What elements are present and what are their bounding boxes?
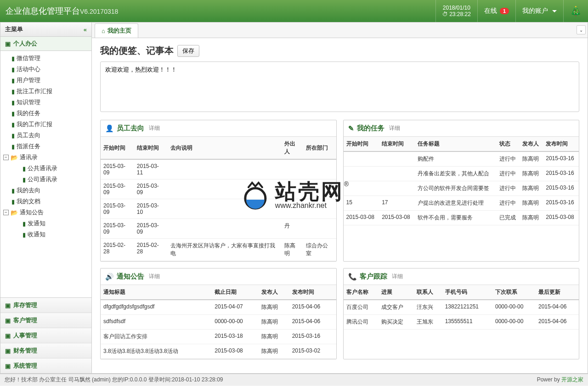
table-row[interactable]: 2015-03-092015-03-10 xyxy=(101,199,336,219)
sidebar-section-personal[interactable]: ▣ 个人办公 xyxy=(0,37,91,51)
file-icon: ▮ xyxy=(11,187,15,194)
col-header: 状态 xyxy=(497,137,520,151)
tree-item[interactable]: ▮发通知 xyxy=(0,218,91,229)
table-row[interactable]: 方公司的软件开发合同需要签进行中陈高明2015-03-16 xyxy=(344,181,579,196)
save-button[interactable]: 保存 xyxy=(177,45,199,57)
play-icon: ▣ xyxy=(5,317,11,324)
play-icon: ▣ xyxy=(5,347,11,354)
panel-staff-whereabouts: 👤 员工去向 详细 开始时间结束时间去向说明外出人所在部门2015-03-092… xyxy=(100,120,337,262)
tree-item[interactable]: ▮员工去向 xyxy=(0,130,91,141)
table-row[interactable]: dfgdfgdfgdsfgsdfgsdf2015-04-07陈高明2015-04… xyxy=(101,300,336,315)
menu-label: 人事管理 xyxy=(13,331,37,340)
file-icon: ▮ xyxy=(11,132,15,139)
tree-item[interactable]: ▮收通知 xyxy=(0,229,91,240)
toggle-icon[interactable]: − xyxy=(3,210,9,215)
cell: 2015-03-08 xyxy=(212,344,259,359)
table-row[interactable]: 百度公司成交客户汪东兴138221212510000-00-002015-04-… xyxy=(344,300,579,315)
tree-item[interactable]: ▮我的任务 xyxy=(0,108,91,119)
tree-label: 通讯录 xyxy=(20,153,38,162)
cell: 2015-03-16 xyxy=(289,330,336,344)
tree-label: 我的工作汇报 xyxy=(17,120,52,129)
tree-item[interactable]: ▮批注工作汇报 xyxy=(0,86,91,97)
online-label: 在线 xyxy=(484,7,497,15)
file-icon: ▮ xyxy=(11,55,15,62)
bottom-menu-item[interactable]: ▣财务管理 xyxy=(0,343,91,358)
bottom-menu-item[interactable]: ▣客户管理 xyxy=(0,313,91,328)
bottom-menu-item[interactable]: ▣系统管理 xyxy=(0,358,91,373)
bottom-menu-item[interactable]: ▣人事管理 xyxy=(0,328,91,343)
detail-link[interactable]: 详细 xyxy=(149,124,160,132)
tabs-more-button[interactable]: ⌄ xyxy=(577,25,586,34)
powerby-link[interactable]: 开源之家 xyxy=(561,376,583,383)
main-menu-header: 主菜单 « xyxy=(0,22,91,37)
tree-label: 发通知 xyxy=(28,219,45,228)
cell: 2015-03-08 xyxy=(543,211,579,225)
table-row[interactable]: sdfsdfsdf0000-00-00陈高明2015-04-06 xyxy=(101,315,336,330)
online-box[interactable]: 在线 1 xyxy=(477,0,515,22)
table-staff: 开始时间结束时间去向说明外出人所在部门2015-03-092015-03-112… xyxy=(101,137,336,261)
account-dropdown[interactable]: 我的账户 xyxy=(515,0,563,22)
table-row[interactable]: 2015-03-092015-03-11 xyxy=(101,159,336,179)
tree-item[interactable]: −📂通知公告 xyxy=(0,207,91,218)
collapse-icon[interactable]: « xyxy=(84,26,87,33)
table-row[interactable]: 腾讯公司购买决定王旭东1355555110000-00-002015-04-06 xyxy=(344,315,579,330)
tree-item[interactable]: ▮我的文档 xyxy=(0,196,91,207)
col-header: 所在部门 xyxy=(303,137,336,159)
tab-home[interactable]: ⌂ 我的主页 xyxy=(95,23,138,38)
cell: 进行中 xyxy=(497,181,520,196)
nav-tree: ▮微信管理▮活动中心▮用户管理▮批注工作汇报▮知识管理▮我的任务▮我的工作汇报▮… xyxy=(0,51,91,297)
table-row[interactable]: 丹准备出差安装，其他人配合进行中陈高明2015-03-16 xyxy=(344,167,579,181)
table-row[interactable]: 客户回访工作安排2015-03-18陈高明2015-03-16 xyxy=(101,330,336,344)
table-row[interactable]: 2015-02-282015-02-28去海州开发区拜访客户，大家有事直接打我电… xyxy=(101,239,336,261)
tree-item[interactable]: −📂通讯录 xyxy=(0,152,91,163)
cell: 进行中 xyxy=(497,151,520,167)
table-row[interactable]: 2015-03-092015-03-09丹 xyxy=(101,219,336,239)
cell: 2015-03-10 xyxy=(134,199,168,219)
cell: 0000-00-00 xyxy=(492,300,536,315)
cell xyxy=(168,199,282,219)
topbar: 企业信息化管理平台V6.20170318 2018/01/10 ⏱ 23:28:… xyxy=(0,0,588,22)
table-row[interactable]: 2015-03-082015-03-08软件不会用，需要服务已完成陈高明2015… xyxy=(344,211,579,225)
tree-item[interactable]: ▮我的去向 xyxy=(0,185,91,196)
notes-header: 我的便签、记事本 保存 xyxy=(100,45,579,57)
tree-label: 公共通讯录 xyxy=(28,164,57,173)
col-header: 客户名称 xyxy=(344,285,379,300)
table-tasks: 开始时间结束时间任务标题状态发布人发布时间购配件进行中陈高明2015-03-16… xyxy=(344,137,579,225)
cell: 汪东兴 xyxy=(414,300,442,315)
tree-item[interactable]: ▮公共通讯录 xyxy=(0,163,91,174)
tree-item[interactable]: ▮用户管理 xyxy=(0,75,91,86)
cell xyxy=(344,181,379,196)
tree-item[interactable]: ▮微信管理 xyxy=(0,53,91,64)
table-row[interactable]: 1517户提出的改进意见进行处理进行中陈高明2015-03-16 xyxy=(344,196,579,211)
cell: 陈高明 xyxy=(259,300,289,315)
col-header: 手机号码 xyxy=(442,285,492,300)
toggle-icon[interactable]: − xyxy=(3,155,9,160)
bottom-menu-item[interactable]: ▣库存管理 xyxy=(0,298,91,313)
panel-my-tasks: ✎ 我的任务 详细 开始时间结束时间任务标题状态发布人发布时间购配件进行中陈高明… xyxy=(343,120,580,262)
tree-item[interactable]: ▮指派任务 xyxy=(0,141,91,152)
file-icon: ▮ xyxy=(11,198,15,205)
tree-button[interactable]: 🎄 xyxy=(563,0,588,22)
tree-item[interactable]: ▮知识管理 xyxy=(0,97,91,108)
cell: 2015-03-09 xyxy=(101,159,134,179)
detail-link[interactable]: 详细 xyxy=(149,273,160,280)
cell xyxy=(303,199,336,219)
tree-item[interactable]: ▮我的工作汇报 xyxy=(0,119,91,130)
table-row[interactable]: 2015-03-092015-03-09 xyxy=(101,179,336,199)
notes-textarea[interactable] xyxy=(100,62,579,112)
cell: 陈高明 xyxy=(520,196,543,211)
detail-link[interactable]: 详细 xyxy=(392,273,403,280)
app-version: V6.20170318 xyxy=(80,8,118,15)
tree-item[interactable]: ▮公司通讯录 xyxy=(0,174,91,185)
table-row[interactable]: 3.8活动3.8活动3.8活动3.8活动2015-03-08陈高明2015-03… xyxy=(101,344,336,359)
phone-icon: 📞 xyxy=(348,273,357,281)
cell xyxy=(379,167,415,181)
online-count-badge: 1 xyxy=(500,8,509,14)
cell: 陈高明 xyxy=(282,239,304,261)
cell: 已完成 xyxy=(497,211,520,225)
col-header: 最后更新 xyxy=(536,285,579,300)
content: 我的便签、记事本 保存 👤 员工去向 详细 开始时间结束时间去向说明外出人所在部… xyxy=(92,38,588,373)
tree-item[interactable]: ▮活动中心 xyxy=(0,64,91,75)
table-row[interactable]: 购配件进行中陈高明2015-03-16 xyxy=(344,151,579,167)
detail-link[interactable]: 详细 xyxy=(389,124,400,132)
